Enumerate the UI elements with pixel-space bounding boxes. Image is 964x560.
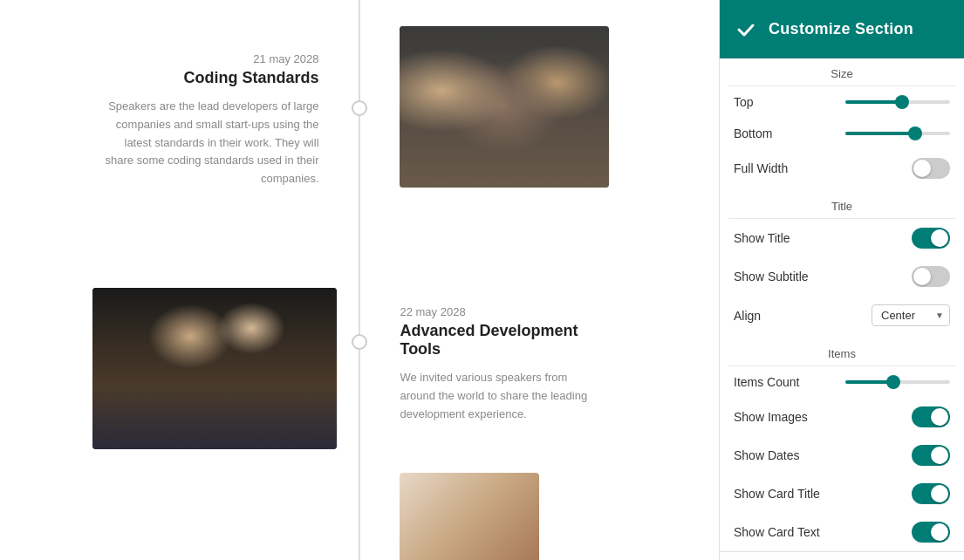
item-3-img-placeholder <box>400 473 539 560</box>
check-icon <box>734 17 758 42</box>
size-section-label: Size <box>728 58 955 86</box>
show-images-label: Show Images <box>734 410 808 424</box>
align-row: Align Center ▼ <box>720 296 964 335</box>
items-section-label: Items <box>728 338 955 366</box>
align-select[interactable]: Center ▼ <box>872 304 950 326</box>
items-count-slider[interactable] <box>845 380 950 384</box>
item-2-text: 22 may 2028 Advanced Development Tools W… <box>373 305 600 423</box>
timeline-dot-1 <box>352 100 367 116</box>
show-card-title-label: Show Card Title <box>734 487 820 501</box>
full-width-row: Full Width <box>720 149 964 188</box>
show-title-toggle[interactable] <box>912 228 950 249</box>
align-value: Center <box>881 309 915 322</box>
item-1-date: 21 may 2028 <box>101 52 319 65</box>
item-2-img-placeholder <box>92 288 337 449</box>
main-content: 21 may 2028 Coding Standards Speakers ar… <box>0 0 719 560</box>
title-section-label: Title <box>728 191 955 219</box>
items-count-row: Items Count <box>720 366 964 398</box>
show-subtitle-label: Show Subtitle <box>734 270 809 283</box>
top-slider-row: Top <box>720 86 964 118</box>
item-2-date: 22 may 2028 <box>400 305 600 318</box>
bottom-label: Bottom <box>734 126 772 140</box>
item-1-image <box>373 26 583 188</box>
bottom-slider-row: Bottom <box>720 118 964 149</box>
show-card-text-toggle[interactable] <box>912 522 950 543</box>
show-dates-label: Show Dates <box>734 448 799 462</box>
show-title-label: Show Title <box>734 231 790 245</box>
show-card-text-row: Show Card Text <box>720 513 964 551</box>
full-width-label: Full Width <box>734 161 788 175</box>
item-1-title: Coding Standards <box>101 69 319 87</box>
bottom-slider[interactable] <box>845 132 950 135</box>
item-3-image <box>373 473 539 560</box>
item-1-desc: Speakers are the lead developers of larg… <box>101 98 319 188</box>
item-2-desc: We invited various speakers from around … <box>400 369 600 423</box>
item-1-img-placeholder <box>400 26 609 188</box>
chevron-down-icon: ▼ <box>935 311 944 320</box>
sidebar-header: Customize Section <box>720 0 964 58</box>
show-dates-toggle[interactable] <box>912 445 950 466</box>
show-images-row: Show Images <box>720 398 964 436</box>
sidebar: Customize Section Size Top Bottom Full W… <box>719 0 964 560</box>
show-card-title-toggle[interactable] <box>912 483 950 504</box>
show-subtitle-row: Show Subtitle <box>720 257 964 296</box>
top-slider[interactable] <box>845 100 950 104</box>
item-2-title: Advanced Development Tools <box>400 322 600 359</box>
show-title-row: Show Title <box>720 219 964 257</box>
show-card-text-label: Show Card Text <box>734 525 820 539</box>
items-count-label: Items Count <box>734 375 799 389</box>
full-width-toggle[interactable] <box>912 158 950 179</box>
align-label: Align <box>734 309 761 323</box>
top-label: Top <box>734 95 754 109</box>
timeline-dot-2 <box>352 334 367 350</box>
show-subtitle-toggle[interactable] <box>912 266 950 287</box>
show-images-toggle[interactable] <box>912 406 950 427</box>
show-dates-row: Show Dates <box>720 436 964 475</box>
timeline-line <box>359 0 360 560</box>
item-2-image <box>92 288 345 449</box>
sidebar-footer: ↑ ↓ REMOVE <box>720 551 964 560</box>
sidebar-title: Customize Section <box>769 20 913 38</box>
item-1-text: 21 may 2028 Coding Standards Speakers ar… <box>101 52 345 188</box>
show-card-title-row: Show Card Title <box>720 475 964 513</box>
